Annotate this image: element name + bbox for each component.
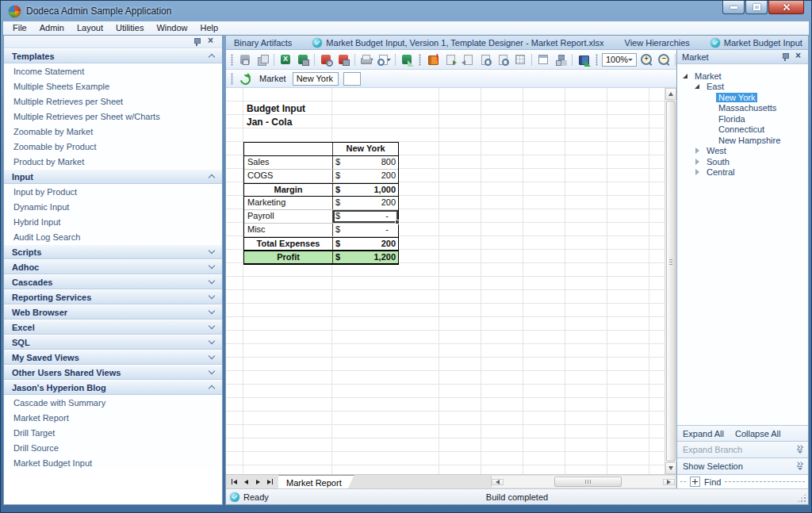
spreadsheet-grid[interactable]: Budget Input Jan - Cola New York Sales$8… xyxy=(226,88,665,474)
comments-button[interactable] xyxy=(576,52,592,67)
scroll-left-button[interactable] xyxy=(492,479,504,485)
save-to-excel-button[interactable] xyxy=(295,52,311,67)
tree-node-market[interactable]: Market xyxy=(677,71,808,82)
sidebar-item-multiple-retrieves-per-sheet[interactable]: Multiple Retrieves per Sheet xyxy=(4,94,222,109)
next-sheet-button[interactable] xyxy=(253,477,263,487)
cell-label[interactable]: Payroll xyxy=(244,210,333,223)
scroll-down-button[interactable] xyxy=(665,462,676,474)
expander-closed-icon[interactable] xyxy=(694,147,700,154)
collapse-all-button[interactable]: Collapse All xyxy=(735,429,780,438)
sidebar-item-zoomable-by-product[interactable]: Zoomable by Product xyxy=(4,139,222,154)
selected-cell[interactable]: $- xyxy=(333,210,398,223)
maximize-button[interactable] xyxy=(745,1,768,14)
page-forward-button[interactable] xyxy=(442,52,458,67)
tree-node-massachusetts[interactable]: Massachusetts xyxy=(677,103,808,114)
scroll-right-button[interactable] xyxy=(663,479,675,485)
sidebar-item-drill-source[interactable]: Drill Source xyxy=(4,440,222,455)
zoom-in-button[interactable] xyxy=(638,52,654,67)
cell-label[interactable]: Sales xyxy=(244,156,333,169)
expander-open-icon[interactable] xyxy=(694,83,700,90)
expander-open-icon[interactable] xyxy=(682,73,688,79)
grid-button[interactable] xyxy=(512,52,528,67)
menu-admin[interactable]: Admin xyxy=(33,22,71,33)
section-header-templates[interactable]: Templates xyxy=(4,48,222,63)
view-tab-binary-artifacts[interactable]: Binary Artifacts xyxy=(234,38,292,48)
export-excel-button[interactable] xyxy=(278,52,293,67)
close-panel-icon[interactable] xyxy=(795,53,803,61)
section-header-excel[interactable]: Excel xyxy=(4,320,222,335)
cell-label[interactable]: Total Expenses xyxy=(244,238,333,250)
section-header-other-users-shared-views[interactable]: Other Users Shared Views xyxy=(4,365,222,380)
cell-label[interactable]: Margin xyxy=(244,184,333,196)
sidebar-item-product-by-market[interactable]: Product by Market xyxy=(4,154,222,169)
save-copy-button[interactable] xyxy=(255,52,270,67)
menu-layout[interactable]: Layout xyxy=(71,22,109,33)
view-tab-view-hierarchies[interactable]: View Hierarchies xyxy=(625,38,690,48)
last-sheet-button[interactable] xyxy=(265,477,275,487)
cell-value[interactable]: $- xyxy=(333,224,398,236)
tree-node-central[interactable]: Central xyxy=(677,167,808,178)
cell-label[interactable]: Profit xyxy=(244,251,333,263)
dropdown-icon[interactable] xyxy=(797,450,802,454)
minimize-button[interactable] xyxy=(722,1,745,14)
section-header-reporting-services[interactable]: Reporting Services xyxy=(4,289,222,304)
vertical-scrollbar[interactable] xyxy=(665,88,676,474)
expand-options-icon[interactable] xyxy=(796,462,802,465)
menu-utilities[interactable]: Utilities xyxy=(109,22,150,33)
expand-all-button[interactable]: Expand All xyxy=(683,429,724,438)
view-tab-market-budget-input[interactable]: Market Budget Input xyxy=(710,38,802,48)
tree-node-south[interactable]: South xyxy=(677,156,808,167)
menu-window[interactable]: Window xyxy=(150,22,193,33)
tree-node-new-hampshire[interactable]: New Hampshire xyxy=(677,135,808,146)
sidebar-item-cascade-with-summary[interactable]: Cascade with Summary xyxy=(4,395,222,410)
sheet-tab-market-report[interactable]: Market Report xyxy=(278,475,354,488)
page-back-button[interactable] xyxy=(460,52,476,67)
cell-value[interactable]: $800 xyxy=(333,156,398,169)
zoom-level-combobox[interactable]: 100% xyxy=(602,53,637,67)
sidebar-item-hybrid-input[interactable]: Hybrid Input xyxy=(4,214,222,229)
save-button[interactable] xyxy=(237,52,253,67)
sidebar-item-multiple-sheets-example[interactable]: Multiple Sheets Example xyxy=(4,78,222,94)
dropdown-icon[interactable] xyxy=(797,466,802,470)
tree-node-new-york[interactable]: New York xyxy=(677,92,808,103)
view-log-button[interactable] xyxy=(495,52,511,67)
sidebar-item-income-statement[interactable]: Income Statement xyxy=(4,63,222,78)
sidebar-item-market-report[interactable]: Market Report xyxy=(4,410,222,425)
expand-options-icon[interactable] xyxy=(796,446,802,449)
close-button[interactable] xyxy=(768,1,804,14)
sidebar-item-audit-log-search[interactable]: Audit Log Search xyxy=(4,229,222,244)
section-header-jason-s-hyperion-blog[interactable]: Jason's Hyperion Blog xyxy=(4,380,222,395)
section-header-my-saved-views[interactable]: My Saved Views xyxy=(4,350,222,365)
section-header-adhoc[interactable]: Adhoc xyxy=(4,259,222,274)
close-panel-icon[interactable] xyxy=(208,38,216,46)
horizontal-scrollbar[interactable] xyxy=(491,476,675,488)
cell-value[interactable]: $200 xyxy=(333,197,398,209)
pin-icon[interactable] xyxy=(781,52,789,61)
view-pdf-button[interactable] xyxy=(318,52,334,67)
cell-label[interactable]: Misc xyxy=(244,224,333,236)
save-pdf-button[interactable] xyxy=(335,52,351,67)
sidebar-item-drill-target[interactable]: Drill Target xyxy=(4,425,222,440)
audit-range-button[interactable] xyxy=(477,52,493,67)
tree-node-west[interactable]: West xyxy=(677,146,808,157)
sidebar-item-multiple-retrieves-per-sheet-w-charts[interactable]: Multiple Retrieves per Sheet w/Charts xyxy=(4,109,222,124)
previous-sheet-button[interactable] xyxy=(241,477,251,487)
cell-label[interactable]: Marketing xyxy=(244,197,333,209)
sidebar-item-market-budget-input[interactable]: Market Budget Input xyxy=(4,455,222,470)
column-header-cell[interactable]: New York xyxy=(333,143,398,155)
cell-value[interactable]: $200 xyxy=(333,170,398,182)
vertical-scroll-thumb[interactable] xyxy=(666,101,676,461)
expander-closed-icon[interactable] xyxy=(694,169,700,175)
scroll-up-button[interactable] xyxy=(665,88,676,100)
section-header-web-browser[interactable]: Web Browser xyxy=(4,304,222,320)
print-preview-button[interactable] xyxy=(376,52,392,67)
refresh-view-button[interactable] xyxy=(237,71,253,86)
sidebar-item-input-by-product[interactable]: Input by Product xyxy=(4,184,222,199)
first-sheet-button[interactable] xyxy=(229,477,239,487)
section-header-cascades[interactable]: Cascades xyxy=(4,274,222,289)
market-selector-combobox[interactable]: New York xyxy=(293,72,339,86)
header-empty-cell[interactable] xyxy=(244,143,333,155)
expander-closed-icon[interactable] xyxy=(694,159,700,165)
print-button[interactable] xyxy=(358,52,374,67)
table-view-button[interactable] xyxy=(535,52,551,67)
